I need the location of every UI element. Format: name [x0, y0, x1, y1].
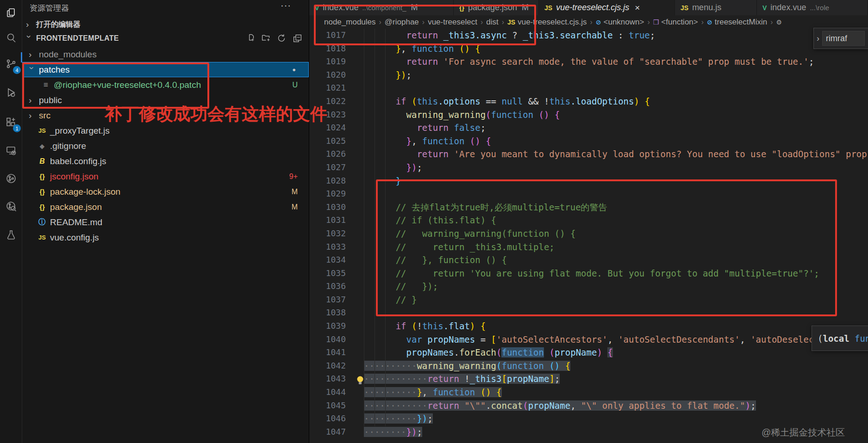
breadcrumb-item--unknown-[interactable]: ⊘<unknown> — [596, 18, 644, 27]
close-icon[interactable]: × — [635, 3, 640, 13]
line-number[interactable]: 1035 — [309, 267, 346, 280]
code-token: this — [417, 96, 438, 106]
remote-icon[interactable] — [0, 140, 22, 162]
line-number[interactable]: 1037 — [309, 293, 346, 307]
breadcrumb-item--function-[interactable]: ❒<function> — [653, 18, 698, 27]
line-number[interactable]: 1029 — [309, 187, 346, 201]
code-token: "\"" — [464, 400, 486, 411]
line-number[interactable]: 1038 — [309, 306, 346, 320]
line-number[interactable]: 1041 — [309, 346, 346, 359]
tree-item--proxytarget-js[interactable]: JS_proxyTarget.js — [22, 123, 309, 138]
line-number[interactable]: 1020 — [309, 68, 346, 82]
tree-item-jsconfig-json[interactable]: {}jsconfig.json9+ — [22, 169, 309, 184]
line-number[interactable]: 1040 — [309, 333, 346, 346]
refresh-icon[interactable] — [277, 33, 287, 45]
line-number[interactable]: 1022 — [309, 95, 346, 108]
line-number[interactable]: 1044 — [309, 386, 346, 399]
tree-item-node-modules[interactable]: ›node_modules — [22, 47, 309, 62]
line-number[interactable]: 1039 — [309, 320, 346, 333]
git-graph-icon[interactable] — [0, 167, 22, 190]
breadcrumb-item-node-modules[interactable]: node_modules — [324, 18, 376, 27]
line-number[interactable]: 1027 — [309, 161, 346, 174]
line-number[interactable]: 1025 — [309, 135, 346, 148]
line-number[interactable]: 1018 — [309, 42, 346, 55]
tree-item-package-json[interactable]: {}package.jsonM — [22, 199, 309, 215]
code-token: { — [555, 110, 560, 120]
breadcrumb-item-vue-treeselect-cjs-js[interactable]: JSvue-treeselect.cjs.js — [507, 18, 587, 27]
tab-package-json[interactable]: {}package.jsonM — [454, 0, 539, 15]
line-number[interactable]: 1043 — [309, 372, 346, 386]
find-input[interactable] — [822, 31, 865, 46]
tooltip-token — [849, 333, 855, 344]
line-number[interactable]: 1034 — [309, 253, 346, 267]
tree-item-package-lock-json[interactable]: {}package-lock.jsonM — [22, 184, 309, 199]
breadcrumb-item--riophae[interactable]: @riophae — [385, 18, 419, 27]
line-number[interactable]: 1028 — [309, 174, 346, 188]
new-folder-icon[interactable] — [261, 33, 271, 45]
code-editor[interactable]: 1017 return _this3.async ? _this3.search… — [309, 29, 868, 443]
open-editors-section[interactable]: › 打开的编辑器 — [22, 18, 309, 31]
line-number[interactable]: 1017 — [309, 29, 346, 42]
code-token: () — [481, 387, 491, 397]
line-number[interactable]: 1033 — [309, 240, 346, 254]
line-number[interactable]: 1021 — [309, 81, 346, 95]
breadcrumb-item-icon[interactable]: ⚙ — [776, 18, 782, 26]
tree-item-patches[interactable]: ›patches● — [22, 62, 309, 77]
breadcrumb-item-treeselectmixin[interactable]: ⊘treeselectMixin — [707, 18, 767, 27]
code-token — [549, 110, 554, 120]
tab-index-vue[interactable]: Vindex.vue...\role — [757, 0, 868, 15]
tooltip-token: function — [855, 333, 868, 344]
tree-item-label: public — [39, 95, 62, 105]
line-number[interactable]: 1024 — [309, 121, 346, 135]
collapse-all-icon[interactable] — [293, 33, 302, 45]
git-file-icon: ◆ — [36, 142, 48, 150]
cube-symbol-icon: ❒ — [653, 18, 659, 26]
search-icon[interactable] — [0, 27, 22, 49]
tree-item-vue-config-js[interactable]: JSvue.config.js — [22, 230, 309, 245]
tab-vue-treeselect-cjs-js[interactable]: JSvue-treeselect.cjs.js× — [539, 0, 675, 15]
code-token — [491, 387, 496, 397]
source-control-icon[interactable]: 4 — [0, 53, 22, 75]
line-number[interactable]: 1036 — [309, 280, 346, 293]
tab-menu-js[interactable]: JSmenu.js — [675, 0, 757, 15]
line-number[interactable]: 1047 — [309, 425, 346, 439]
tree-item--gitignore[interactable]: ◆.gitignore — [22, 138, 309, 154]
tab-index-vue[interactable]: Vindex.vue..\component_M — [309, 0, 454, 15]
line-number[interactable]: 1042 — [309, 359, 346, 373]
new-file-icon[interactable] — [245, 33, 255, 45]
code-token: , — [412, 136, 422, 146]
tree-item-public[interactable]: ›public — [22, 92, 309, 108]
breadcrumb-item-vue-treeselect[interactable]: vue-treeselect — [428, 18, 477, 27]
code-token: }) — [417, 413, 427, 424]
line-number[interactable]: 1030 — [309, 201, 346, 214]
code-token: .flat — [443, 321, 470, 331]
line-number[interactable]: 1046 — [309, 412, 346, 425]
tree-item--riophae-vue-treeselect-0-4-0-patch[interactable]: ≡@riophae+vue-treeselect+0.4.0.patchU — [22, 77, 309, 92]
find-expand-icon[interactable]: › — [817, 34, 819, 43]
line-number[interactable]: 1031 — [309, 214, 346, 227]
lightbulb-icon[interactable] — [356, 375, 365, 386]
code-token: propNames — [406, 347, 454, 357]
files-icon[interactable] — [0, 2, 22, 24]
line-number[interactable]: 1045 — [309, 399, 346, 412]
flask-icon[interactable] — [0, 224, 22, 246]
gitlens-icon[interactable] — [0, 195, 22, 217]
line-number[interactable]: 1026 — [309, 148, 346, 161]
code-line-1028: 1028 } — [309, 174, 868, 188]
code-line-1039: 1039 if (!this.flat) { — [309, 320, 868, 333]
code-token: _this3.async — [443, 30, 507, 40]
git-status-badge: M — [292, 188, 298, 196]
whitespace-dots: ········ — [364, 427, 406, 437]
line-number[interactable]: 1023 — [309, 108, 346, 122]
line-number[interactable]: 1019 — [309, 55, 346, 68]
tree-item-babel-config-js[interactable]: Bbabel.config.js — [22, 154, 309, 169]
more-actions-icon[interactable]: ··· — [281, 0, 291, 11]
run-debug-icon[interactable] — [0, 81, 22, 104]
code-token: ; — [809, 56, 814, 67]
breadcrumb-item-dist[interactable]: dist — [486, 18, 498, 27]
tree-item-src[interactable]: ›src — [22, 108, 309, 123]
extensions-icon[interactable]: 1 — [0, 111, 22, 133]
tree-item-readme-md[interactable]: ⓘREADME.md — [22, 215, 309, 230]
code-token: warning_warning — [417, 361, 496, 371]
line-number[interactable]: 1032 — [309, 227, 346, 240]
